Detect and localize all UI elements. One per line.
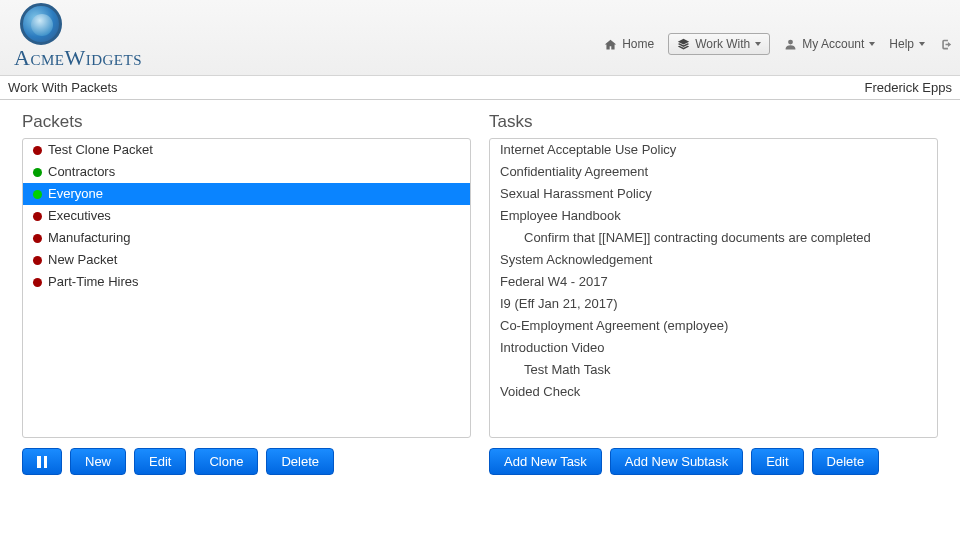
nav-home-label: Home <box>622 37 654 51</box>
packet-item[interactable]: Part-Time Hires <box>23 271 470 293</box>
status-dot-icon <box>33 256 42 265</box>
status-dot-icon <box>33 168 42 177</box>
task-item[interactable]: System Acknowledgement <box>490 249 937 271</box>
pause-icon <box>37 456 47 468</box>
status-dot-icon <box>33 190 42 199</box>
status-dot-icon <box>33 146 42 155</box>
page-title: Work With Packets <box>8 80 118 95</box>
packet-item[interactable]: Manufacturing <box>23 227 470 249</box>
packet-label: Part-Time Hires <box>48 273 139 291</box>
sub-header: Work With Packets Frederick Epps <box>0 76 960 100</box>
packet-label: Contractors <box>48 163 115 181</box>
layers-icon <box>677 38 690 51</box>
tasks-panel: Tasks Internet Acceptable Use PolicyConf… <box>489 112 938 475</box>
nav-help-label: Help <box>889 37 914 51</box>
new-button[interactable]: New <box>70 448 126 475</box>
tasks-title: Tasks <box>489 112 938 132</box>
task-item[interactable]: Introduction Video <box>490 337 937 359</box>
packets-buttons: New Edit Clone Delete <box>22 448 471 475</box>
brand: AcmeWidgets <box>8 3 142 69</box>
nav-work-with-label: Work With <box>695 37 750 51</box>
task-item[interactable]: Federal W4 - 2017 <box>490 271 937 293</box>
packet-label: Executives <box>48 207 111 225</box>
top-nav: Home Work With My Account Help <box>604 33 952 69</box>
nav-my-account-label: My Account <box>802 37 864 51</box>
nav-my-account[interactable]: My Account <box>784 37 875 51</box>
pause-button[interactable] <box>22 448 62 475</box>
packets-title: Packets <box>22 112 471 132</box>
caret-down-icon <box>919 42 925 46</box>
edit-task-button[interactable]: Edit <box>751 448 803 475</box>
task-item[interactable]: Confidentiality Agreement <box>490 161 937 183</box>
task-item[interactable]: Sexual Harassment Policy <box>490 183 937 205</box>
add-subtask-button[interactable]: Add New Subtask <box>610 448 743 475</box>
main-content: Packets Test Clone PacketContractorsEver… <box>0 100 960 487</box>
nav-logout[interactable] <box>939 38 952 51</box>
packets-list: Test Clone PacketContractorsEveryoneExec… <box>22 138 471 438</box>
nav-work-with[interactable]: Work With <box>668 33 770 55</box>
user-icon <box>784 38 797 51</box>
logout-icon <box>939 38 952 51</box>
packet-item[interactable]: Contractors <box>23 161 470 183</box>
tasks-list: Internet Acceptable Use PolicyConfidenti… <box>489 138 938 438</box>
clone-button[interactable]: Clone <box>194 448 258 475</box>
packets-panel: Packets Test Clone PacketContractorsEver… <box>22 112 471 475</box>
edit-packet-button[interactable]: Edit <box>134 448 186 475</box>
brand-name: AcmeWidgets <box>14 47 142 69</box>
status-dot-icon <box>33 234 42 243</box>
current-user: Frederick Epps <box>865 80 952 95</box>
delete-packet-button[interactable]: Delete <box>266 448 334 475</box>
nav-home[interactable]: Home <box>604 37 654 51</box>
nav-help[interactable]: Help <box>889 37 925 51</box>
task-item[interactable]: Voided Check <box>490 381 937 403</box>
status-dot-icon <box>33 278 42 287</box>
tasks-buttons: Add New Task Add New Subtask Edit Delete <box>489 448 938 475</box>
packet-label: Manufacturing <box>48 229 130 247</box>
packet-label: Test Clone Packet <box>48 141 153 159</box>
task-item[interactable]: Test Math Task <box>490 359 937 381</box>
status-dot-icon <box>33 212 42 221</box>
task-item[interactable]: Internet Acceptable Use Policy <box>490 139 937 161</box>
brand-logo-icon <box>20 3 62 45</box>
caret-down-icon <box>869 42 875 46</box>
delete-task-button[interactable]: Delete <box>812 448 880 475</box>
top-bar: AcmeWidgets Home Work With My Account He… <box>0 0 960 76</box>
task-item[interactable]: I9 (Eff Jan 21, 2017) <box>490 293 937 315</box>
task-item[interactable]: Confirm that [[NAME]] contracting docume… <box>490 227 937 249</box>
packet-item[interactable]: Executives <box>23 205 470 227</box>
home-icon <box>604 38 617 51</box>
packet-item[interactable]: Everyone <box>23 183 470 205</box>
add-task-button[interactable]: Add New Task <box>489 448 602 475</box>
task-item[interactable]: Employee Handbook <box>490 205 937 227</box>
packet-item[interactable]: New Packet <box>23 249 470 271</box>
packet-label: Everyone <box>48 185 103 203</box>
packet-item[interactable]: Test Clone Packet <box>23 139 470 161</box>
task-item[interactable]: Co-Employment Agreement (employee) <box>490 315 937 337</box>
packet-label: New Packet <box>48 251 117 269</box>
caret-down-icon <box>755 42 761 46</box>
